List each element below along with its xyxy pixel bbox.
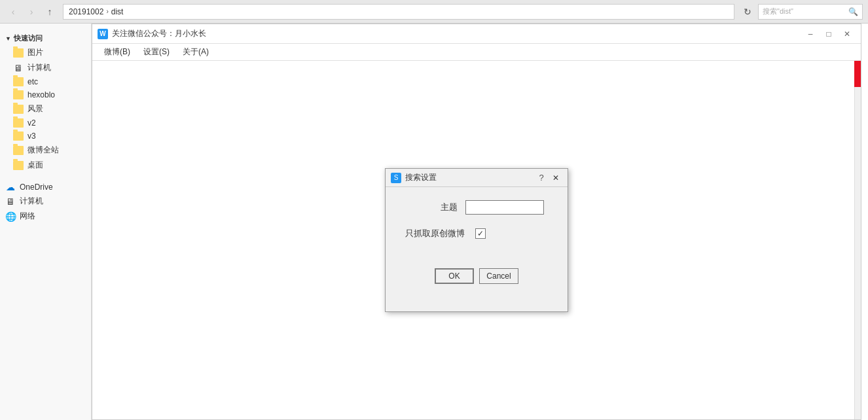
folder-icon-etc: [13, 77, 24, 86]
subject-label: 主题: [405, 201, 458, 213]
dialog-icon-letter: S: [394, 174, 399, 181]
search-placeholder: 搜索"dist": [763, 7, 793, 16]
checkbox-check-icon: ✓: [477, 229, 484, 238]
folder-icon: [13, 48, 24, 58]
sidebar-item-v3[interactable]: v3: [0, 130, 91, 143]
main-area: ▼ 快速访问 图片 🖥 计算机 etc hexoblo 风景: [0, 24, 868, 420]
dialog-title: 搜索设置: [405, 172, 535, 183]
dialog-icon: S: [391, 173, 401, 183]
folder-icon-hexoblo: [13, 90, 24, 99]
minimize-button[interactable]: –: [802, 27, 819, 41]
dialog-footer: OK Cancel: [386, 268, 568, 294]
dialog-overlay: S 搜索设置 ? ✕ 主题: [92, 61, 861, 419]
folder-icon-desktop: [13, 161, 24, 170]
sidebar-item-scenery[interactable]: 风景: [0, 101, 91, 116]
subject-row: 主题: [405, 200, 548, 215]
sidebar-item-etc-label: etc: [27, 77, 38, 86]
search-box[interactable]: 搜索"dist" 🔍: [758, 4, 863, 20]
folder-icon-v2: [13, 118, 24, 128]
refresh-button[interactable]: ↻: [740, 4, 755, 20]
maximize-button[interactable]: □: [820, 27, 837, 41]
quick-access-label: 快速访问: [14, 33, 43, 43]
up-button[interactable]: ↑: [42, 4, 58, 20]
sidebar-onedrive-label: OneDrive: [20, 183, 53, 192]
file-area: W 关注微信公众号：月小水长 – □ ✕ 微博(B) 设置(S) 关于(A): [92, 24, 868, 420]
search-icon: 🔍: [848, 7, 858, 16]
quick-access-arrow: ▼: [5, 35, 11, 42]
scrollbar[interactable]: [854, 61, 861, 419]
sidebar-item-onedrive[interactable]: ☁ OneDrive: [0, 181, 91, 194]
sidebar: ▼ 快速访问 图片 🖥 计算机 etc hexoblo 风景: [0, 24, 92, 420]
app-titlebar: W 关注微信公众号：月小水长 – □ ✕: [92, 24, 861, 44]
sidebar-network-label: 网络: [20, 211, 35, 222]
sidebar-item-computer[interactable]: 🖥 计算机: [0, 60, 91, 75]
folder-icon-v3: [13, 131, 24, 141]
menu-settings[interactable]: 设置(S): [137, 45, 176, 59]
sidebar-item-my-computer[interactable]: 🖥 计算机: [0, 194, 91, 209]
sidebar-item-network[interactable]: 🌐 网络: [0, 209, 91, 224]
sidebar-item-v2[interactable]: v2: [0, 116, 91, 130]
close-button[interactable]: ✕: [839, 27, 856, 41]
breadcrumb-item-2[interactable]: dist: [111, 7, 124, 16]
sidebar-item-weibo-label: 微博全站: [27, 145, 59, 156]
dialog-help-button[interactable]: ?: [535, 172, 548, 184]
browser-bar: ‹ › ↑ 20191002 › dist ↻ 搜索"dist" 🔍: [0, 0, 868, 24]
dialog-titlebar: S 搜索设置 ? ✕: [386, 169, 568, 187]
folder-icon-scenery: [13, 105, 24, 114]
sidebar-item-desktop[interactable]: 桌面: [0, 158, 91, 173]
sidebar-item-v2-label: v2: [27, 118, 36, 128]
sidebar-item-v3-label: v3: [27, 131, 36, 141]
sidebar-item-hexoblo[interactable]: hexoblo: [0, 88, 91, 101]
quick-access-header[interactable]: ▼ 快速访问: [0, 31, 91, 45]
checkbox-label: 只抓取原创微博: [405, 228, 465, 239]
onedrive-icon: ☁: [5, 183, 16, 192]
menu-weibo[interactable]: 微博(B): [98, 45, 137, 59]
app-window: W 关注微信公众号：月小水长 – □ ✕ 微博(B) 设置(S) 关于(A): [92, 24, 861, 420]
folder-icon-weibo: [13, 146, 24, 155]
app-menubar: 微博(B) 设置(S) 关于(A): [92, 44, 861, 61]
dialog-controls: ? ✕: [535, 172, 562, 184]
dialog-close-button[interactable]: ✕: [549, 172, 562, 184]
sidebar-item-etc[interactable]: etc: [0, 75, 91, 88]
sidebar-item-pictures[interactable]: 图片: [0, 45, 91, 60]
app-icon: W: [98, 29, 108, 39]
sidebar-item-pictures-label: 图片: [27, 47, 43, 58]
breadcrumb-separator: ›: [106, 8, 108, 15]
sidebar-computer-label: 计算机: [20, 196, 43, 207]
app-title: 关注微信公众号：月小水长: [112, 28, 802, 39]
dialog-body: 主题 只抓取原创微博 ✓: [386, 187, 568, 268]
checkbox-row: 只抓取原创微博 ✓: [405, 228, 548, 239]
window-controls: – □ ✕: [802, 27, 856, 41]
sidebar-item-computer-label: 计算机: [27, 62, 51, 73]
quick-access-section: ▼ 快速访问 图片 🖥 计算机 etc hexoblo 风景: [0, 29, 91, 175]
subject-input[interactable]: [465, 200, 544, 215]
back-button[interactable]: ‹: [5, 4, 21, 20]
app-icon-letter: W: [99, 30, 105, 37]
network-icon: 🌐: [5, 212, 16, 221]
checkbox-original-only[interactable]: ✓: [475, 228, 486, 239]
mycomputer-icon: 🖥: [5, 197, 16, 206]
sidebar-item-scenery-label: 风景: [27, 103, 43, 114]
cancel-button[interactable]: Cancel: [479, 268, 518, 284]
menu-about[interactable]: 关于(A): [176, 45, 215, 59]
forward-button[interactable]: ›: [24, 4, 39, 20]
sidebar-item-desktop-label: 桌面: [27, 160, 43, 171]
ok-button[interactable]: OK: [435, 268, 474, 284]
app-content: S 搜索设置 ? ✕ 主题: [92, 61, 861, 419]
computer-icon: 🖥: [13, 63, 24, 73]
breadcrumb-item-1[interactable]: 20191002: [69, 7, 103, 16]
search-settings-dialog: S 搜索设置 ? ✕ 主题: [385, 168, 568, 312]
breadcrumb: 20191002 › dist: [63, 4, 734, 20]
sidebar-item-weibo[interactable]: 微博全站: [0, 143, 91, 158]
sidebar-item-hexoblo-label: hexoblo: [27, 90, 55, 99]
scrollbar-thumb[interactable]: [854, 61, 861, 87]
